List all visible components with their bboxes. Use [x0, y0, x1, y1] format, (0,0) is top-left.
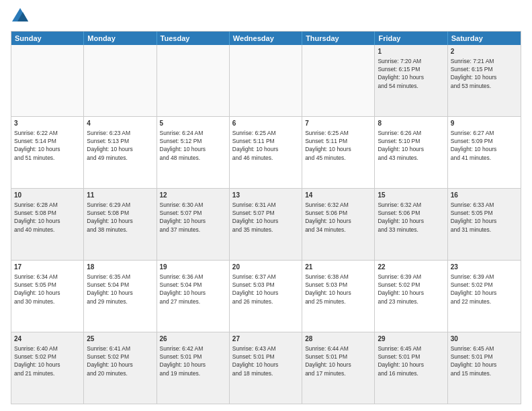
- day-number: 9: [451, 119, 518, 128]
- calendar-header: SundayMondayTuesdayWednesdayThursdayFrid…: [11, 32, 521, 45]
- day-number: 14: [305, 191, 371, 200]
- cell-text: Sunrise: 7:20 AMSunset: 6:15 PMDaylight:…: [378, 58, 424, 89]
- calendar-cell: 15Sunrise: 6:32 AMSunset: 5:06 PMDayligh…: [375, 189, 447, 260]
- calendar-cell: 4Sunrise: 6:23 AMSunset: 5:13 PMDaylight…: [84, 117, 157, 188]
- weekday-header: Thursday: [302, 32, 375, 45]
- calendar-cell: [11, 45, 84, 116]
- day-number: 22: [378, 263, 444, 272]
- cell-text: Sunrise: 6:45 AMSunset: 5:01 PMDaylight:…: [451, 345, 497, 377]
- calendar-cell: 22Sunrise: 6:39 AMSunset: 5:02 PMDayligh…: [375, 261, 447, 332]
- calendar-cell: 7Sunrise: 6:25 AMSunset: 5:11 PMDaylight…: [302, 117, 375, 188]
- cell-text: Sunrise: 6:42 AMSunset: 5:01 PMDaylight:…: [160, 345, 206, 377]
- day-number: 20: [232, 263, 299, 272]
- weekday-header: Friday: [375, 32, 447, 45]
- calendar-cell: [302, 45, 375, 116]
- cell-text: Sunrise: 6:40 AMSunset: 5:02 PMDaylight:…: [14, 345, 60, 377]
- weekday-header: Wednesday: [230, 32, 302, 45]
- weekday-header: Saturday: [448, 32, 521, 45]
- day-number: 1: [378, 47, 444, 56]
- day-number: 18: [87, 263, 153, 272]
- weekday-header: Tuesday: [157, 32, 230, 45]
- calendar-cell: 23Sunrise: 6:39 AMSunset: 5:02 PMDayligh…: [448, 261, 521, 332]
- calendar-cell: 24Sunrise: 6:40 AMSunset: 5:02 PMDayligh…: [11, 332, 84, 404]
- calendar-cell: 5Sunrise: 6:24 AMSunset: 5:12 PMDaylight…: [157, 117, 230, 188]
- calendar-cell: 3Sunrise: 6:22 AMSunset: 5:14 PMDaylight…: [11, 117, 84, 188]
- cell-text: Sunrise: 6:44 AMSunset: 5:01 PMDaylight:…: [305, 345, 351, 377]
- calendar-row: 10Sunrise: 6:28 AMSunset: 5:08 PMDayligh…: [11, 189, 521, 261]
- calendar-cell: 20Sunrise: 6:37 AMSunset: 5:03 PMDayligh…: [230, 261, 302, 332]
- day-number: 24: [14, 334, 81, 344]
- cell-text: Sunrise: 6:26 AMSunset: 5:10 PMDaylight:…: [378, 130, 424, 161]
- day-number: 6: [232, 119, 299, 128]
- cell-text: Sunrise: 6:39 AMSunset: 5:02 PMDaylight:…: [378, 273, 424, 305]
- day-number: 3: [14, 119, 81, 128]
- page: SundayMondayTuesdayWednesdayThursdayFrid…: [0, 0, 532, 411]
- day-number: 27: [232, 334, 299, 344]
- cell-text: Sunrise: 6:29 AMSunset: 5:08 PMDaylight:…: [87, 201, 133, 233]
- header: [11, 7, 521, 26]
- cell-text: Sunrise: 6:33 AMSunset: 5:05 PMDaylight:…: [451, 201, 497, 233]
- cell-text: Sunrise: 6:22 AMSunset: 5:14 PMDaylight:…: [14, 130, 60, 161]
- day-number: 7: [305, 119, 371, 128]
- cell-text: Sunrise: 6:37 AMSunset: 5:03 PMDaylight:…: [232, 273, 279, 305]
- calendar-cell: 19Sunrise: 6:36 AMSunset: 5:04 PMDayligh…: [157, 261, 230, 332]
- cell-text: Sunrise: 6:36 AMSunset: 5:04 PMDaylight:…: [160, 273, 206, 305]
- calendar-cell: 17Sunrise: 6:34 AMSunset: 5:05 PMDayligh…: [11, 261, 84, 332]
- calendar-cell: [84, 45, 157, 116]
- cell-text: Sunrise: 6:30 AMSunset: 5:07 PMDaylight:…: [160, 201, 206, 233]
- cell-text: Sunrise: 6:39 AMSunset: 5:02 PMDaylight:…: [451, 273, 497, 305]
- calendar-cell: 10Sunrise: 6:28 AMSunset: 5:08 PMDayligh…: [11, 189, 84, 260]
- calendar-row: 1Sunrise: 7:20 AMSunset: 6:15 PMDaylight…: [11, 45, 521, 117]
- cell-text: Sunrise: 6:34 AMSunset: 5:05 PMDaylight:…: [14, 273, 60, 305]
- calendar-cell: 25Sunrise: 6:41 AMSunset: 5:02 PMDayligh…: [84, 332, 157, 404]
- cell-text: Sunrise: 6:35 AMSunset: 5:04 PMDaylight:…: [87, 273, 133, 305]
- day-number: 12: [160, 191, 226, 200]
- weekday-header: Monday: [84, 32, 157, 45]
- day-number: 23: [451, 263, 518, 272]
- calendar-cell: 16Sunrise: 6:33 AMSunset: 5:05 PMDayligh…: [448, 189, 521, 260]
- cell-text: Sunrise: 6:25 AMSunset: 5:11 PMDaylight:…: [232, 130, 279, 161]
- day-number: 25: [87, 334, 153, 344]
- cell-text: Sunrise: 6:38 AMSunset: 5:03 PMDaylight:…: [305, 273, 351, 305]
- day-number: 17: [14, 263, 81, 272]
- day-number: 4: [87, 119, 153, 128]
- day-number: 28: [305, 334, 371, 344]
- calendar-cell: 29Sunrise: 6:45 AMSunset: 5:01 PMDayligh…: [375, 332, 447, 404]
- cell-text: Sunrise: 6:41 AMSunset: 5:02 PMDaylight:…: [87, 345, 133, 377]
- day-number: 21: [305, 263, 371, 272]
- calendar-cell: 26Sunrise: 6:42 AMSunset: 5:01 PMDayligh…: [157, 332, 230, 404]
- day-number: 2: [451, 47, 518, 56]
- cell-text: Sunrise: 6:43 AMSunset: 5:01 PMDaylight:…: [232, 345, 279, 377]
- cell-text: Sunrise: 6:28 AMSunset: 5:08 PMDaylight:…: [14, 201, 60, 233]
- day-number: 30: [451, 334, 518, 344]
- calendar-cell: 30Sunrise: 6:45 AMSunset: 5:01 PMDayligh…: [448, 332, 521, 404]
- day-number: 13: [232, 191, 299, 200]
- logo-icon: [11, 7, 30, 26]
- calendar-cell: [230, 45, 302, 116]
- calendar-cell: 11Sunrise: 6:29 AMSunset: 5:08 PMDayligh…: [84, 189, 157, 260]
- logo: [11, 7, 32, 26]
- day-number: 19: [160, 263, 226, 272]
- calendar-cell: 1Sunrise: 7:20 AMSunset: 6:15 PMDaylight…: [375, 45, 447, 116]
- cell-text: Sunrise: 6:45 AMSunset: 5:01 PMDaylight:…: [378, 345, 424, 377]
- calendar-row: 24Sunrise: 6:40 AMSunset: 5:02 PMDayligh…: [11, 332, 521, 404]
- calendar-cell: 2Sunrise: 7:21 AMSunset: 6:15 PMDaylight…: [448, 45, 521, 116]
- day-number: 15: [378, 191, 444, 200]
- calendar-cell: 27Sunrise: 6:43 AMSunset: 5:01 PMDayligh…: [230, 332, 302, 404]
- calendar-cell: 28Sunrise: 6:44 AMSunset: 5:01 PMDayligh…: [302, 332, 375, 404]
- calendar-cell: 18Sunrise: 6:35 AMSunset: 5:04 PMDayligh…: [84, 261, 157, 332]
- day-number: 10: [14, 191, 81, 200]
- cell-text: Sunrise: 6:32 AMSunset: 5:06 PMDaylight:…: [305, 201, 351, 233]
- calendar-row: 3Sunrise: 6:22 AMSunset: 5:14 PMDaylight…: [11, 117, 521, 189]
- cell-text: Sunrise: 6:27 AMSunset: 5:09 PMDaylight:…: [451, 130, 497, 161]
- calendar-cell: 14Sunrise: 6:32 AMSunset: 5:06 PMDayligh…: [302, 189, 375, 260]
- calendar-cell: 8Sunrise: 6:26 AMSunset: 5:10 PMDaylight…: [375, 117, 447, 188]
- cell-text: Sunrise: 6:23 AMSunset: 5:13 PMDaylight:…: [87, 130, 133, 161]
- calendar-body: 1Sunrise: 7:20 AMSunset: 6:15 PMDaylight…: [11, 45, 521, 404]
- calendar-row: 17Sunrise: 6:34 AMSunset: 5:05 PMDayligh…: [11, 261, 521, 332]
- calendar-cell: 9Sunrise: 6:27 AMSunset: 5:09 PMDaylight…: [448, 117, 521, 188]
- calendar-cell: 6Sunrise: 6:25 AMSunset: 5:11 PMDaylight…: [230, 117, 302, 188]
- calendar-cell: 13Sunrise: 6:31 AMSunset: 5:07 PMDayligh…: [230, 189, 302, 260]
- calendar-cell: [157, 45, 230, 116]
- day-number: 26: [160, 334, 226, 344]
